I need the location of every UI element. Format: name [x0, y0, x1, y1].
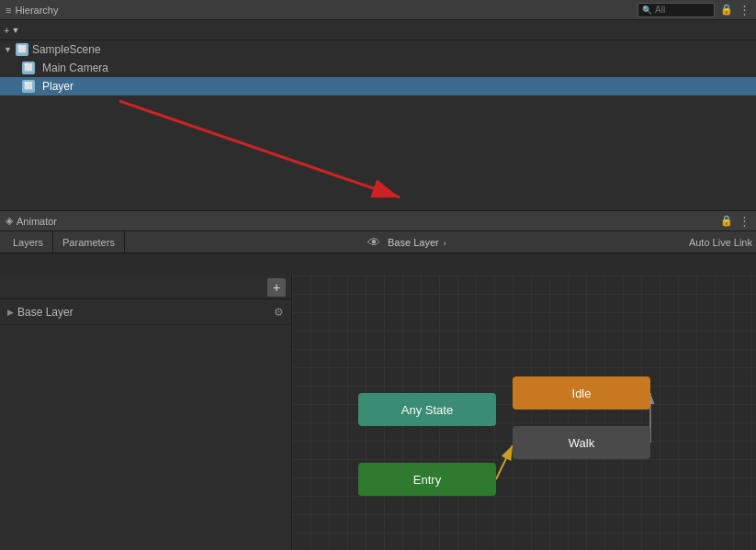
- sidebar-toolbar: +: [0, 275, 291, 299]
- player-item[interactable]: ⬜ Player: [0, 77, 756, 95]
- search-icon: 🔍: [642, 6, 652, 15]
- any-state-label: Any State: [401, 403, 453, 417]
- animator-canvas[interactable]: Any State Entry Idle Walk: [292, 275, 756, 550]
- breadcrumb-label: Base Layer: [388, 237, 439, 248]
- add-layer-plus-icon: +: [273, 280, 280, 295]
- hierarchy-header-right: 🔍 🔒 ⋮: [638, 3, 750, 17]
- breadcrumb-arrow: ›: [444, 239, 446, 248]
- animator-tabs-bar: Layers Parameters 👁 Base Layer › Auto Li…: [0, 231, 756, 253]
- auto-live-link-container: Auto Live Link: [689, 236, 752, 249]
- add-button[interactable]: + ▼: [4, 25, 19, 36]
- animator-panel-icon: ◈: [6, 215, 13, 227]
- animator-more-icon[interactable]: ⋮: [739, 214, 750, 228]
- tab-parameters[interactable]: Parameters: [53, 231, 125, 253]
- search-box[interactable]: 🔍: [638, 3, 715, 17]
- any-state-node[interactable]: Any State: [358, 393, 496, 426]
- breadcrumb-inline: Base Layer ›: [388, 237, 446, 248]
- base-layer-label: Base Layer: [17, 306, 73, 319]
- animator-header-left: ◈ Animator: [6, 215, 57, 227]
- scene-arrow-icon: ▼: [4, 45, 12, 54]
- add-layer-button[interactable]: +: [267, 278, 286, 297]
- tab-parameters-label: Parameters: [62, 237, 115, 248]
- walk-node[interactable]: Walk: [513, 426, 650, 459]
- animator-header: ◈ Animator 🔒 ⋮: [0, 211, 756, 231]
- base-layer-item[interactable]: ▶ Base Layer ⚙: [0, 299, 291, 325]
- main-camera-label: Main Camera: [42, 62, 108, 74]
- hierarchy-panel: ≡ Hierarchy 🔍 🔒 ⋮ + ▼ ▼ ⬜ SampleScene ⬜ …: [0, 0, 756, 211]
- hierarchy-panel-icon: ≡: [6, 5, 11, 16]
- lock-icon[interactable]: 🔒: [720, 4, 733, 16]
- camera-cube-icon: ⬜: [22, 62, 35, 74]
- animator-lock-icon[interactable]: 🔒: [720, 215, 733, 227]
- hierarchy-panel-title: Hierarchy: [15, 5, 58, 16]
- tab-layers[interactable]: Layers: [4, 231, 53, 253]
- layer-collapse-icon: ▶: [7, 308, 14, 317]
- idle-node[interactable]: Idle: [513, 376, 650, 410]
- animator-panel: ◈ Animator 🔒 ⋮ Layers Parameters 👁 Base …: [0, 211, 756, 550]
- animator-header-right: 🔒 ⋮: [720, 214, 750, 228]
- layer-item-left: ▶ Base Layer: [7, 306, 73, 319]
- animator-panel-title: Animator: [17, 216, 57, 227]
- hierarchy-header-left: ≡ Hierarchy: [6, 5, 59, 16]
- tab-layers-label: Layers: [13, 237, 43, 248]
- scene-item[interactable]: ▼ ⬜ SampleScene: [0, 40, 756, 59]
- search-input[interactable]: [655, 5, 710, 15]
- animator-sidebar: + ▶ Base Layer ⚙: [0, 275, 292, 550]
- hierarchy-toolbar: + ▼: [0, 20, 756, 40]
- scene-name: SampleScene: [32, 43, 101, 56]
- add-dropdown-arrow: ▼: [11, 26, 19, 35]
- more-icon[interactable]: ⋮: [739, 3, 750, 17]
- plus-icon: +: [4, 25, 9, 36]
- idle-label: Idle: [572, 387, 592, 400]
- eye-icon[interactable]: 👁: [367, 235, 380, 250]
- scene-cube-icon: ⬜: [16, 43, 28, 56]
- entry-node[interactable]: Entry: [358, 463, 496, 496]
- entry-label: Entry: [413, 473, 441, 487]
- layer-gear-icon[interactable]: ⚙: [274, 306, 284, 319]
- walk-label: Walk: [569, 436, 594, 450]
- hierarchy-header: ≡ Hierarchy 🔍 🔒 ⋮: [0, 0, 756, 20]
- svg-line-1: [119, 101, 400, 197]
- eye-icon-container: 👁: [367, 235, 380, 250]
- main-camera-item[interactable]: ⬜ Main Camera: [0, 59, 756, 77]
- auto-live-link-btn[interactable]: Auto Live Link: [689, 237, 752, 248]
- player-label: Player: [42, 80, 73, 93]
- player-cube-icon: ⬜: [22, 80, 35, 93]
